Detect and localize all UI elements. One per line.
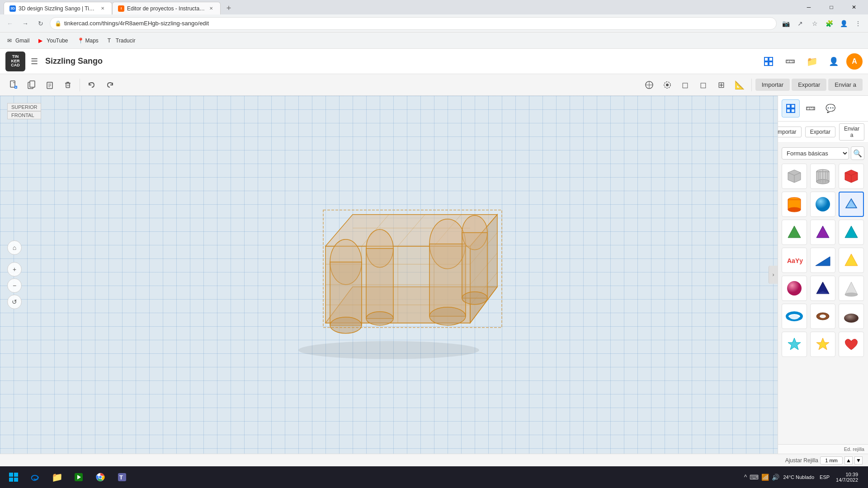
tray-chevron-icon[interactable]: ^ — [744, 474, 747, 481]
profile-settings-button[interactable]: 👤 — [825, 52, 843, 70]
mirror-button[interactable]: ◻ — [695, 77, 712, 93]
bookmark-translate[interactable]: T Traducir — [104, 36, 139, 46]
shape-round[interactable] — [839, 304, 864, 329]
extensions-button[interactable]: 🧩 — [823, 17, 835, 30]
shape-purple-pyramid[interactable] — [810, 220, 835, 245]
shape-star-yellow[interactable] — [810, 332, 835, 357]
shape-torus[interactable] — [782, 304, 807, 329]
folder-button[interactable]: 📁 — [803, 52, 821, 70]
tab-tinkercad[interactable]: 3D 3D design Sizzling Sango | Tinker... … — [4, 2, 112, 14]
view-label-superior[interactable]: SUPERIOR — [7, 103, 41, 111]
tray-network-icon[interactable]: 📶 — [761, 474, 769, 481]
panel-ruler-button[interactable] — [802, 99, 820, 117]
panel-import-button[interactable]: Importar — [778, 127, 802, 137]
bookmark-maps[interactable]: 📍 Maps — [74, 36, 102, 46]
grid-view-button[interactable] — [760, 52, 778, 70]
taskbar-chrome[interactable] — [90, 467, 110, 487]
shape-donut[interactable] — [810, 304, 835, 329]
shape-teal-pyramid[interactable] — [839, 220, 864, 245]
user-avatar[interactable]: A — [846, 53, 863, 70]
address-bar[interactable]: 🔒 tinkercad.com/things/4rR8aemEHgb-sizzl… — [50, 17, 777, 30]
screenshot-button[interactable]: 📷 — [779, 17, 792, 30]
shape-prism[interactable] — [810, 276, 835, 301]
ruler-button[interactable] — [781, 52, 799, 70]
shape-heart[interactable] — [839, 332, 864, 357]
redo-button[interactable] — [102, 77, 118, 93]
shapes-panel: Formas básicas 🔍 — [778, 143, 868, 444]
project-title[interactable]: Sizzling Sango — [45, 56, 103, 66]
minimize-button[interactable]: ─ — [798, 0, 819, 14]
panel-grid-button[interactable] — [782, 99, 800, 117]
tray-sound-icon[interactable]: 🔊 — [772, 474, 779, 481]
tab1-close[interactable]: ✕ — [99, 5, 106, 12]
back-button[interactable]: ← — [4, 17, 16, 30]
import-button[interactable]: Importar — [755, 79, 790, 91]
shape-yellow-pyramid[interactable] — [839, 248, 864, 273]
panel-chat-button[interactable]: 💬 — [821, 99, 840, 117]
shape-star[interactable] — [782, 332, 807, 357]
menu-button[interactable]: ⋮ — [852, 17, 864, 30]
shape-magenta-sphere[interactable] — [782, 276, 807, 301]
canvas-area[interactable]: SUPERIOR FRONTAL ⌂ + − ↺ — [0, 96, 778, 454]
tray-clock[interactable]: 10:39 14/7/2022 — [833, 472, 861, 483]
profile-button[interactable]: 👤 — [837, 17, 850, 30]
rotate-view-button[interactable]: ↺ — [7, 295, 22, 309]
view-center-button[interactable] — [641, 77, 657, 93]
tab-instructables[interactable]: I Editor de proyectos - Instructable... … — [112, 2, 221, 14]
shape-special[interactable] — [839, 192, 864, 217]
collapse-panel-arrow[interactable]: › — [769, 266, 778, 284]
zoom-out-button[interactable]: − — [7, 278, 22, 293]
export-button[interactable]: Exportar — [792, 79, 826, 91]
shape-box[interactable] — [782, 164, 807, 189]
home-view-button[interactable]: ⌂ — [7, 240, 22, 255]
group-button[interactable]: ⊞ — [713, 77, 730, 93]
maximize-button[interactable]: □ — [821, 0, 842, 14]
hamburger-icon[interactable]: ☰ — [31, 56, 38, 66]
measure-button[interactable]: 📐 — [731, 77, 748, 93]
taskbar-edge[interactable] — [25, 467, 45, 487]
grid-value-input[interactable] — [820, 456, 843, 465]
share-button[interactable]: ↗ — [794, 17, 807, 30]
grid-decrease-button[interactable]: ▼ — [854, 456, 863, 465]
shape-wedge[interactable] — [810, 248, 835, 273]
shape-orange-cylinder[interactable] — [782, 192, 807, 217]
panel-export-button[interactable]: Exportar — [805, 127, 835, 137]
shape-cone[interactable] — [839, 276, 864, 301]
copy-all-button[interactable] — [24, 77, 40, 93]
taskbar-greenapp[interactable] — [69, 467, 89, 487]
taskbar-explorer[interactable]: 📁 — [47, 467, 67, 487]
shape-red-box[interactable] — [839, 164, 864, 189]
send-button[interactable]: Enviar a — [828, 79, 863, 91]
tray-keyboard-icon[interactable]: ⌨ — [750, 474, 759, 481]
shape-green-pyramid[interactable] — [782, 220, 807, 245]
shape-sphere[interactable] — [810, 192, 835, 217]
tray-weather[interactable]: 24°C Nublado — [781, 474, 816, 481]
panel-send-button[interactable]: Enviar a — [839, 123, 864, 141]
grid-increase-button[interactable]: ▲ — [844, 456, 853, 465]
new-button[interactable] — [5, 77, 22, 93]
copy-button[interactable] — [42, 77, 58, 93]
undo-button[interactable] — [84, 77, 100, 93]
snap-button[interactable] — [659, 77, 675, 93]
shape-cylinder-stripe[interactable] — [810, 164, 835, 189]
forward-button[interactable]: → — [19, 17, 32, 30]
shapes-search-button[interactable]: 🔍 — [851, 146, 864, 160]
shapes-category-select[interactable]: Formas básicas — [782, 147, 849, 160]
bookmark-youtube[interactable]: ▶ YouTube — [35, 36, 71, 46]
align-button[interactable]: ◻ — [677, 77, 693, 93]
refresh-button[interactable]: ↻ — [34, 17, 47, 30]
bookmark-button[interactable]: ☆ — [808, 17, 821, 30]
tinkercad-logo[interactable]: TINKERCAD — [5, 52, 25, 71]
close-button[interactable]: ✕ — [844, 0, 864, 14]
zoom-in-button[interactable]: + — [7, 262, 22, 277]
delete-button[interactable] — [60, 77, 76, 93]
new-tab-button[interactable]: + — [222, 2, 235, 14]
lock-icon: 🔒 — [55, 20, 61, 27]
shape-text3d[interactable]: AaYy — [782, 248, 807, 273]
view-label-frontal[interactable]: FRONTAL — [7, 111, 41, 119]
tray-keyboard-lang[interactable]: ESP — [818, 474, 831, 481]
taskbar-teams[interactable]: T — [112, 467, 132, 487]
start-button[interactable] — [4, 467, 24, 487]
tab2-close[interactable]: ✕ — [208, 5, 215, 12]
bookmark-gmail[interactable]: ✉ Gmail — [4, 36, 33, 46]
